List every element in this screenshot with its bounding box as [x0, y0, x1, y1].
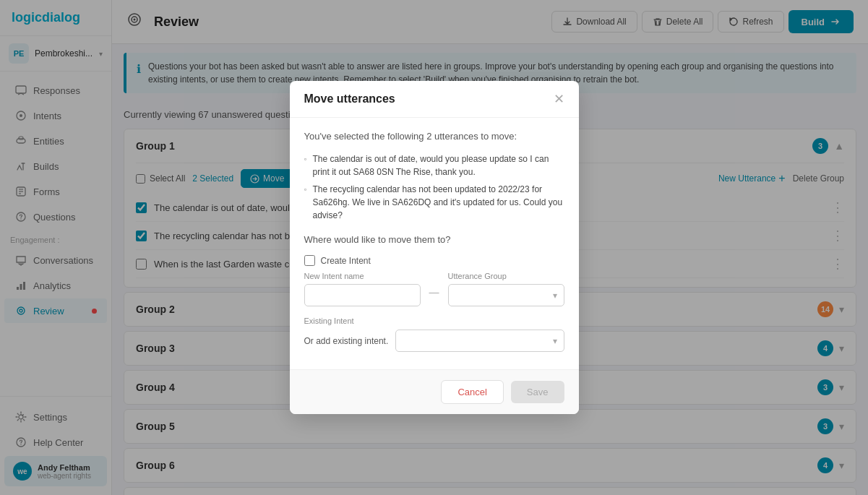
- existing-intent-row: Or add existing intent.: [304, 330, 564, 352]
- intent-form-row: New Intent name — Utterance Group: [304, 272, 564, 306]
- modal-overlay[interactable]: Move utterances ✕ You've selected the fo…: [0, 0, 868, 495]
- save-button[interactable]: Save: [511, 381, 564, 403]
- new-intent-col: New Intent name: [304, 272, 421, 306]
- modal-title: Move utterances: [304, 92, 395, 106]
- existing-intent-select[interactable]: [395, 330, 564, 352]
- utterance-group-select-wrapper: [448, 284, 564, 306]
- dash-separator: —: [429, 286, 439, 298]
- move-utterances-modal: Move utterances ✕ You've selected the fo…: [290, 81, 579, 414]
- utterance-group-label: Utterance Group: [448, 272, 564, 280]
- cancel-button[interactable]: Cancel: [441, 380, 503, 404]
- modal-body: You've selected the following 2 utteranc…: [290, 118, 579, 369]
- utterance-group-select[interactable]: [448, 284, 564, 306]
- modal-utterance-item-1: The calendar is out of date, would you p…: [304, 150, 564, 181]
- new-intent-name-label: New Intent name: [304, 272, 421, 280]
- existing-intent-heading: Existing Intent: [304, 317, 564, 325]
- modal-where-label: Where would like to move them to?: [304, 234, 564, 245]
- utterance-group-col: Utterance Group: [448, 272, 564, 306]
- modal-header: Move utterances ✕: [290, 81, 579, 118]
- or-add-label: Or add existing intent.: [304, 336, 389, 346]
- create-intent-label: Create Intent: [321, 256, 371, 266]
- modal-utterance-item-2: The recycling calendar has not been upda…: [304, 181, 564, 224]
- modal-description: You've selected the following 2 utteranc…: [304, 131, 564, 142]
- create-intent-row: Create Intent: [304, 255, 564, 266]
- modal-close-button[interactable]: ✕: [554, 92, 564, 106]
- modal-utterance-list: The calendar is out of date, would you p…: [304, 150, 564, 224]
- create-intent-checkbox[interactable]: [304, 255, 315, 266]
- new-intent-input[interactable]: [304, 284, 421, 306]
- modal-footer: Cancel Save: [290, 369, 579, 414]
- existing-intent-select-wrapper: [395, 330, 564, 352]
